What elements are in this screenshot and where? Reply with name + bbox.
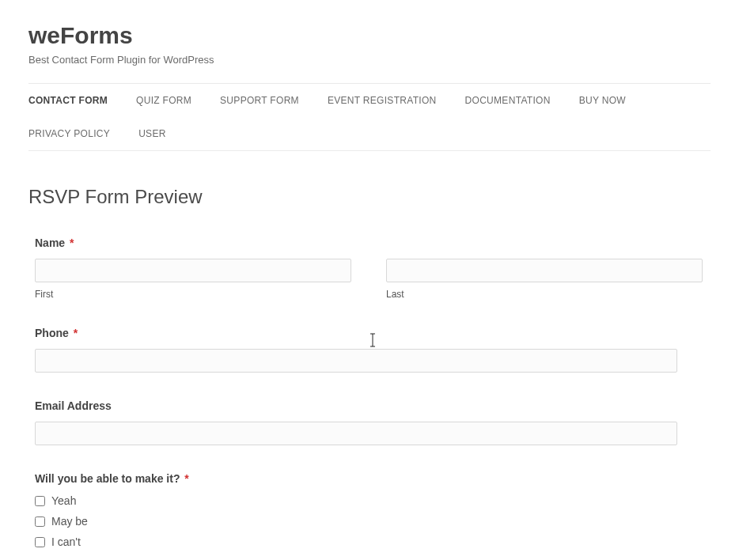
site-tagline: Best Contact Form Plugin for WordPress [28, 54, 711, 66]
attend-checkbox-maybe[interactable] [35, 516, 45, 527]
name-label: Name * [35, 236, 703, 249]
nav-quiz-form[interactable]: QUIZ FORM [136, 84, 191, 117]
nav-event-registration[interactable]: EVENT REGISTRATION [328, 84, 437, 117]
attend-option-yeah[interactable]: Yeah [35, 494, 703, 507]
required-marker: * [184, 472, 188, 485]
nav-user[interactable]: USER [138, 117, 166, 150]
email-label-text: Email Address [35, 399, 112, 412]
field-phone: Phone * [35, 327, 703, 373]
email-input[interactable] [35, 422, 677, 445]
required-marker: * [70, 236, 74, 249]
nav-contact-form[interactable]: CONTACT FORM [28, 84, 108, 117]
field-email: Email Address [35, 399, 703, 445]
rsvp-form: Name * First Last Phone * Email Address [28, 236, 711, 548]
attend-option-label: May be [51, 515, 88, 528]
name-label-text: Name [35, 236, 65, 249]
attend-option-label: Yeah [51, 494, 76, 507]
field-attend: Will you be able to make it? * Yeah May … [35, 472, 703, 548]
email-label: Email Address [35, 399, 703, 412]
first-name-input[interactable] [35, 259, 351, 282]
last-name-sublabel: Last [386, 289, 703, 300]
nav-support-form[interactable]: SUPPORT FORM [220, 84, 299, 117]
nav-privacy-policy[interactable]: PRIVACY POLICY [28, 117, 110, 150]
phone-label: Phone * [35, 327, 703, 339]
nav-documentation[interactable]: DOCUMENTATION [465, 84, 551, 117]
attend-label-text: Will you be able to make it? [35, 472, 180, 485]
field-name: Name * First Last [35, 236, 703, 300]
page-title: RSVP Form Preview [28, 186, 711, 208]
attend-label: Will you be able to make it? * [35, 472, 703, 485]
attend-checkbox-yeah[interactable] [35, 496, 45, 506]
attend-option-icant[interactable]: I can't [35, 535, 703, 548]
last-name-input[interactable] [386, 259, 703, 282]
main-nav: CONTACT FORM QUIZ FORM SUPPORT FORM EVEN… [28, 83, 711, 151]
attend-option-maybe[interactable]: May be [35, 515, 703, 528]
site-title: weForms [28, 22, 711, 49]
required-marker: * [74, 327, 78, 339]
phone-label-text: Phone [35, 327, 69, 339]
attend-option-label: I can't [51, 535, 81, 548]
nav-buy-now[interactable]: BUY NOW [579, 84, 626, 117]
phone-input[interactable] [35, 349, 677, 373]
attend-checkbox-icant[interactable] [35, 537, 45, 547]
first-name-sublabel: First [35, 289, 351, 300]
